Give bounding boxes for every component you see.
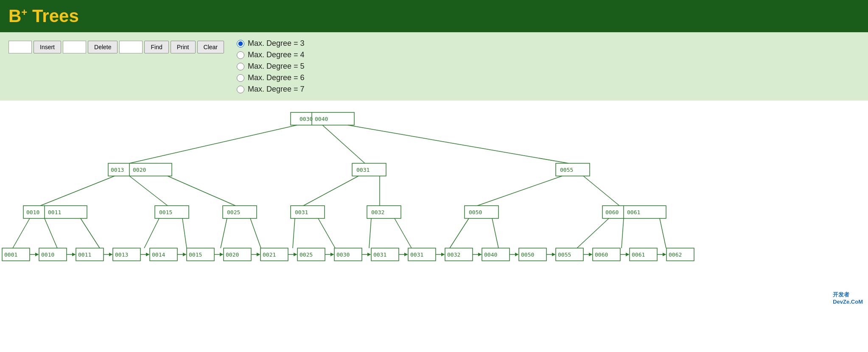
svg-text:0055: 0055 (560, 167, 573, 173)
degree-4-radio[interactable] (237, 51, 244, 59)
degree-7-radio[interactable] (237, 86, 244, 93)
svg-line-53 (577, 218, 609, 248)
leaf-0050: 0050 (519, 248, 546, 261)
svg-line-54 (622, 218, 624, 248)
svg-line-47 (293, 218, 295, 248)
svg-line-50 (395, 218, 412, 248)
svg-text:0060: 0060 (605, 209, 619, 215)
svg-line-6 (348, 125, 568, 163)
leaf-0031a: 0031 (371, 248, 399, 261)
svg-line-46 (250, 218, 261, 248)
svg-text:0061: 0061 (632, 251, 645, 258)
leaf-0021: 0021 (260, 248, 288, 261)
leaf-0040: 0040 (482, 248, 510, 261)
node-l3-6: 0050 (465, 206, 498, 218)
delete-button[interactable]: Delete (88, 41, 118, 53)
leaf-0032: 0032 (445, 248, 473, 261)
svg-line-48 (318, 218, 335, 248)
svg-line-41 (45, 218, 57, 248)
svg-line-15 (40, 176, 115, 206)
print-button[interactable]: Print (171, 41, 196, 53)
leaf-0001: 0001 (2, 248, 30, 261)
leaf-0011: 0011 (76, 248, 104, 261)
node-l3-5: 0032 (367, 206, 401, 218)
svg-line-51 (450, 218, 469, 248)
node-l3-1: 0010 0011 (23, 206, 87, 218)
svg-text:0013: 0013 (111, 167, 124, 173)
svg-text:0061: 0061 (627, 209, 640, 215)
node-l3-7: 0060 0061 (602, 206, 666, 218)
node-l2-mid: 0031 (352, 163, 386, 176)
node-l3-2: 0015 (155, 206, 189, 218)
svg-text:0060: 0060 (595, 251, 608, 258)
degree-4-option[interactable]: Max. Degree = 4 (237, 50, 305, 59)
svg-text:0050: 0050 (521, 251, 534, 258)
toolbar: Insert Delete Find Print Clear Max. Degr… (0, 32, 868, 101)
degree-radio-group: Max. Degree = 3 Max. Degree = 4 Max. Deg… (237, 39, 305, 94)
leaf-0031b: 0031 (408, 248, 436, 261)
svg-text:0020: 0020 (133, 167, 146, 173)
svg-text:0020: 0020 (226, 251, 239, 258)
svg-text:0011: 0011 (78, 251, 91, 258)
svg-text:0032: 0032 (447, 251, 460, 258)
watermark-text: 开发者DevZe.CoM (833, 291, 863, 305)
svg-text:0032: 0032 (371, 209, 384, 215)
svg-text:0031: 0031 (356, 167, 370, 173)
leaf-0013: 0013 (113, 248, 140, 261)
svg-text:0011: 0011 (48, 209, 61, 215)
leaf-0062: 0062 (666, 248, 694, 261)
leaf-0025: 0025 (297, 248, 325, 261)
degree-5-radio[interactable] (237, 63, 244, 70)
svg-line-16 (129, 176, 168, 206)
svg-text:0013: 0013 (115, 251, 128, 258)
leaf-0015: 0015 (187, 248, 214, 261)
svg-text:0015: 0015 (189, 251, 202, 258)
page-header: B+ Trees (0, 0, 868, 32)
svg-text:0015: 0015 (159, 209, 172, 215)
svg-line-21 (583, 176, 619, 206)
degree-7-option[interactable]: Max. Degree = 7 (237, 85, 305, 94)
leaf-0055: 0055 (556, 248, 583, 261)
leaf-0061: 0061 (630, 248, 657, 261)
svg-text:0040: 0040 (315, 116, 328, 122)
find-input[interactable] (119, 41, 143, 53)
svg-line-52 (492, 218, 498, 248)
delete-input[interactable] (63, 41, 86, 53)
node-l3-3: 0025 (223, 206, 257, 218)
leaf-0060: 0060 (593, 248, 620, 261)
leaf-0020: 0020 (224, 248, 251, 261)
svg-line-43 (144, 218, 159, 248)
svg-line-5 (322, 125, 365, 163)
svg-text:0062: 0062 (669, 251, 682, 258)
node-l2-right: 0055 (556, 163, 590, 176)
node-l2-left: 0013 0020 (108, 163, 172, 176)
insert-input[interactable] (8, 41, 32, 53)
svg-text:0031: 0031 (410, 251, 423, 258)
svg-text:0014: 0014 (152, 251, 165, 258)
leaf-0010: 0010 (39, 248, 67, 261)
toolbar-controls: Insert Delete Find Print Clear (8, 39, 224, 53)
svg-line-40 (13, 218, 30, 248)
page-title: B+ Trees (8, 6, 860, 26)
svg-line-20 (477, 176, 562, 206)
svg-line-4 (129, 125, 297, 163)
degree-6-radio[interactable] (237, 74, 244, 82)
find-button[interactable]: Find (144, 41, 168, 53)
svg-line-18 (303, 176, 358, 206)
svg-text:0040: 0040 (484, 251, 497, 258)
svg-text:0055: 0055 (558, 251, 571, 258)
degree-3-radio[interactable] (237, 40, 244, 47)
degree-6-option[interactable]: Max. Degree = 6 (237, 73, 305, 82)
svg-line-49 (369, 218, 371, 248)
svg-line-42 (81, 218, 100, 248)
clear-button[interactable]: Clear (197, 41, 224, 53)
insert-button[interactable]: Insert (34, 41, 61, 53)
node-root: 0030 0040 (291, 112, 354, 125)
degree-5-option[interactable]: Max. Degree = 5 (237, 62, 305, 71)
svg-line-55 (660, 218, 666, 248)
svg-text:0010: 0010 (41, 251, 54, 258)
node-l3-4: 0031 (291, 206, 325, 218)
svg-line-44 (182, 218, 187, 248)
svg-line-45 (221, 218, 227, 248)
degree-3-option[interactable]: Max. Degree = 3 (237, 39, 305, 48)
